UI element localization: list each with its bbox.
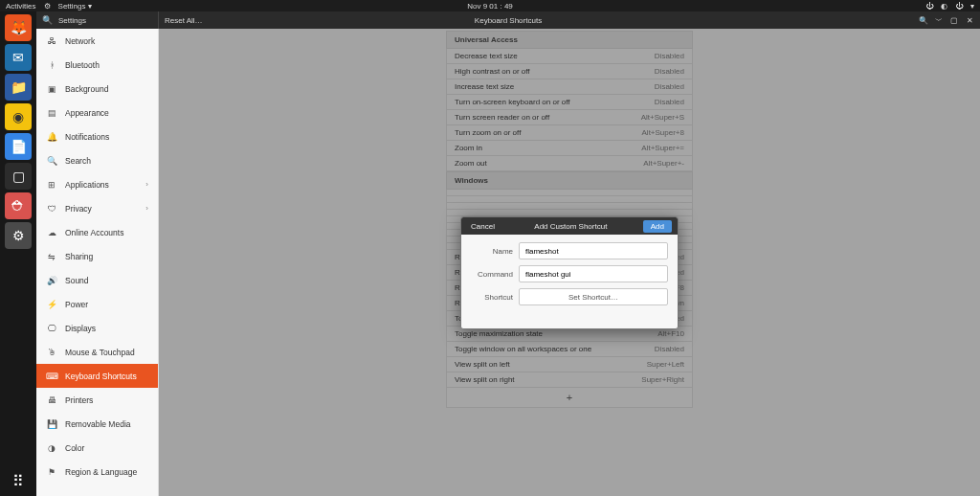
- shortcut-label: Shortcut: [471, 293, 513, 302]
- search-icon[interactable]: 🔍: [42, 15, 53, 25]
- sidebar-item-removable-media[interactable]: 💾Removable Media: [36, 412, 158, 436]
- dock-rhythmbox-icon[interactable]: ◉: [5, 103, 32, 130]
- sidebar-icon: ⊞: [46, 180, 57, 190]
- sidebar-icon: 🔊: [46, 276, 57, 285]
- sidebar-item-label: Displays: [65, 324, 96, 333]
- sidebar-item-displays[interactable]: 🖵Displays: [36, 316, 158, 340]
- sidebar-item-label: Appearance: [65, 108, 109, 118]
- cancel-button[interactable]: Cancel: [467, 220, 499, 233]
- sidebar-item-label: Search: [65, 156, 91, 166]
- dock-firefox-icon[interactable]: 🦊: [5, 14, 32, 41]
- sidebar-item-label: Online Accounts: [65, 228, 123, 237]
- sidebar-icon: 🖧: [46, 36, 57, 46]
- chevron-right-icon: ›: [145, 180, 148, 189]
- sidebar-item-color[interactable]: ◑Color: [36, 436, 158, 460]
- sidebar-item-privacy[interactable]: 🛡Privacy›: [36, 196, 158, 220]
- sidebar-icon: 🖶: [46, 395, 57, 405]
- clock[interactable]: Nov 9 01 : 49: [467, 2, 513, 11]
- volume-indicator-icon[interactable]: ◐: [941, 2, 947, 11]
- activities-button[interactable]: Activities: [6, 2, 36, 11]
- sidebar-icon: 🔍: [46, 156, 57, 166]
- sidebar-icon: 🛡: [46, 204, 57, 214]
- sidebar-item-search[interactable]: 🔍Search: [36, 148, 158, 172]
- sidebar-item-sound[interactable]: 🔊Sound: [36, 268, 158, 292]
- dock-texteditor-icon[interactable]: 📄: [5, 133, 32, 160]
- sidebar-icon: 🔔: [46, 132, 57, 142]
- power-indicator-icon[interactable]: ⏻: [955, 2, 963, 11]
- sidebar-item-label: Removable Media: [65, 419, 131, 429]
- minimize-icon[interactable]: ﹀: [934, 15, 944, 25]
- maximize-icon[interactable]: ▢: [949, 15, 959, 25]
- dock-thunderbird-icon[interactable]: ✉: [5, 44, 32, 71]
- sidebar-item-label: Network: [65, 36, 95, 46]
- name-input[interactable]: [519, 242, 668, 259]
- sidebar-item-background[interactable]: ▣Background: [36, 77, 158, 101]
- sidebar-item-label: Sound: [65, 276, 89, 285]
- settings-main-panel: Universal AccessDecrease text sizeDisabl…: [159, 29, 980, 496]
- settings-sidebar: 🖧NetworkᚼBluetooth▣Background▤Appearance…: [36, 29, 159, 496]
- add-shortcut-dialog: Cancel Add Custom Shortcut Add Name Comm…: [460, 216, 679, 329]
- sidebar-item-label: Keyboard Shortcuts: [65, 372, 137, 381]
- system-top-bar: Activities ⚙ Settings ▾ Nov 9 01 : 49 ⏻ …: [0, 0, 980, 11]
- settings-window: 🔍 Settings Reset All… Keyboard Shortcuts…: [36, 11, 980, 496]
- headerbar-left-title: Settings: [58, 16, 86, 25]
- sidebar-item-label: Privacy: [65, 204, 92, 214]
- sidebar-item-label: Sharing: [65, 252, 93, 261]
- sidebar-item-label: Mouse & Touchpad: [65, 348, 135, 357]
- sidebar-icon: 💾: [46, 419, 57, 429]
- add-button[interactable]: Add: [643, 220, 672, 233]
- name-label: Name: [471, 247, 513, 256]
- sidebar-icon: ▤: [46, 108, 57, 118]
- dock-settings-icon[interactable]: ⚙: [5, 222, 32, 249]
- dialog-header: Cancel Add Custom Shortcut Add: [461, 217, 678, 235]
- dock-files-icon[interactable]: 📁: [5, 74, 32, 101]
- sidebar-item-label: Bluetooth: [65, 60, 100, 70]
- sidebar-item-online-accounts[interactable]: ☁Online Accounts: [36, 220, 158, 244]
- sidebar-icon: ◑: [46, 443, 57, 453]
- search-icon[interactable]: 🔍: [919, 15, 928, 25]
- sidebar-item-notifications[interactable]: 🔔Notifications: [36, 124, 158, 148]
- sidebar-item-sharing[interactable]: ⇋Sharing: [36, 244, 158, 268]
- sidebar-icon: ⚑: [46, 467, 57, 477]
- sidebar-icon: ⚡: [46, 300, 57, 309]
- sidebar-icon: ⌨: [46, 372, 57, 381]
- network-indicator-icon[interactable]: ⏻: [925, 2, 933, 11]
- sidebar-icon: ᚼ: [46, 60, 57, 70]
- sidebar-item-keyboard-shortcuts[interactable]: ⌨Keyboard Shortcuts: [36, 364, 158, 388]
- window-content: 🖧NetworkᚼBluetooth▣Background▤Appearance…: [36, 29, 980, 496]
- sidebar-item-label: Background: [65, 84, 108, 94]
- command-input[interactable]: [519, 265, 668, 282]
- modal-overlay: Cancel Add Custom Shortcut Add Name Comm…: [159, 29, 980, 496]
- caret-down-icon[interactable]: ▾: [970, 2, 974, 11]
- dock: 🦊 ✉ 📁 ◉ 📄 ▢ ⛑ ⚙ ⠿: [0, 11, 36, 496]
- sidebar-item-appearance[interactable]: ▤Appearance: [36, 101, 158, 124]
- app-menu[interactable]: Settings ▾: [58, 2, 92, 11]
- sidebar-icon: ▣: [46, 84, 57, 94]
- sidebar-item-applications[interactable]: ⊞Applications›: [36, 172, 158, 196]
- dialog-body: Name Command Shortcut Set Shortcut…: [461, 235, 678, 328]
- sidebar-item-network[interactable]: 🖧Network: [36, 29, 158, 53]
- sidebar-item-label: Applications: [65, 180, 109, 190]
- sidebar-item-label: Notifications: [65, 132, 109, 142]
- sidebar-item-label: Power: [65, 300, 88, 309]
- sidebar-icon: ⇋: [46, 252, 57, 261]
- dock-help-icon[interactable]: ⛑: [5, 192, 32, 219]
- sidebar-icon: 🖱: [46, 348, 57, 357]
- headerbar-right-title: Keyboard Shortcuts: [475, 16, 542, 25]
- sidebar-item-power[interactable]: ⚡Power: [36, 292, 158, 316]
- chevron-right-icon: ›: [145, 204, 148, 213]
- sidebar-item-mouse-touchpad[interactable]: 🖱Mouse & Touchpad: [36, 340, 158, 364]
- sidebar-item-label: Color: [65, 443, 84, 453]
- dialog-title: Add Custom Shortcut: [534, 222, 607, 231]
- dock-terminal-icon[interactable]: ▢: [5, 163, 32, 190]
- sidebar-item-printers[interactable]: 🖶Printers: [36, 388, 158, 412]
- close-icon[interactable]: ✕: [965, 15, 974, 25]
- sidebar-item-label: Region & Language: [65, 467, 137, 477]
- show-applications-icon[interactable]: ⠿: [12, 472, 24, 490]
- sidebar-item-region-language[interactable]: ⚑Region & Language: [36, 460, 158, 484]
- set-shortcut-button[interactable]: Set Shortcut…: [519, 288, 668, 305]
- reset-all-button[interactable]: Reset All…: [165, 16, 203, 25]
- sidebar-item-bluetooth[interactable]: ᚼBluetooth: [36, 53, 158, 77]
- sidebar-icon: ☁: [46, 228, 57, 237]
- headerbar: 🔍 Settings Reset All… Keyboard Shortcuts…: [36, 11, 980, 29]
